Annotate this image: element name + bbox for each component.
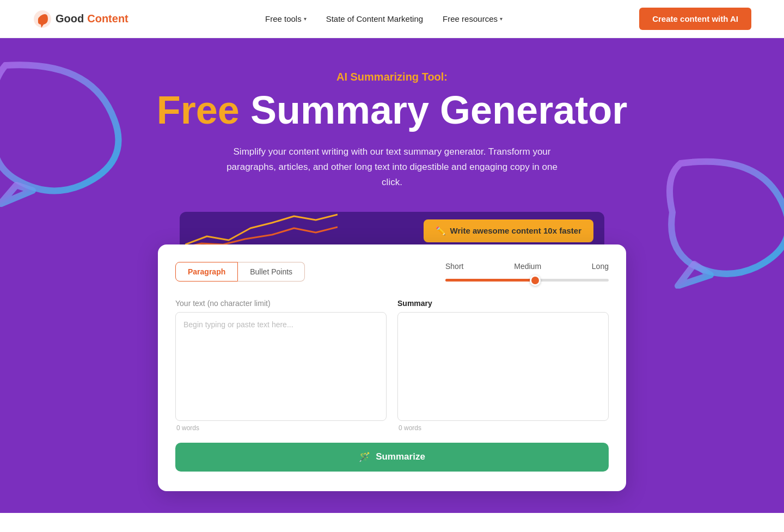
hero-description: Simplify your content writing with our t… <box>218 144 566 190</box>
bubble-left-decoration <box>0 54 136 207</box>
banner-cta-button[interactable]: ✏️ Write awesome content 10x faster <box>424 219 593 242</box>
nav-state-content[interactable]: State of Content Marketing <box>326 14 423 23</box>
slider-label-long: Long <box>592 262 609 271</box>
output-field-label: Summary <box>397 299 609 308</box>
input-textarea[interactable] <box>175 312 387 421</box>
hero-section: AI Summarizing Tool: Free Summary Genera… <box>0 38 784 513</box>
tab-bullet-points[interactable]: Bullet Points <box>238 262 305 282</box>
bubble-right-decoration <box>664 147 784 289</box>
magic-wand-icon: 🪄 <box>359 451 370 463</box>
hero-title: Free Summary Generator <box>157 90 627 131</box>
nav-links: Free tools ▾ State of Content Marketing … <box>265 14 503 23</box>
hero-tag: AI Summarizing Tool: <box>336 71 448 83</box>
logo-content-text: Content <box>87 13 128 25</box>
input-field-col: Your text (no character limit) 0 words <box>175 299 387 432</box>
format-tabs: Paragraph Bullet Points <box>175 262 305 282</box>
slider-track-wrapper[interactable] <box>445 275 609 286</box>
output-textarea[interactable] <box>397 312 609 421</box>
edit-icon: ✏️ <box>436 226 446 236</box>
hero-title-free: Free <box>157 88 240 132</box>
navbar: GoodContent Free tools ▾ State of Conten… <box>0 0 784 38</box>
output-field-col: Summary 0 words <box>397 299 609 432</box>
slider-thumb[interactable] <box>530 275 541 286</box>
nav-free-tools[interactable]: Free tools ▾ <box>265 14 307 23</box>
length-slider-section: Short Medium Long <box>445 262 609 286</box>
card-fields: Your text (no character limit) 0 words S… <box>175 299 609 432</box>
tab-paragraph[interactable]: Paragraph <box>175 262 238 282</box>
chevron-down-icon: ▾ <box>304 16 307 22</box>
hero-title-rest: Summary Generator <box>240 88 627 132</box>
nav-free-resources[interactable]: Free resources ▾ <box>443 14 503 23</box>
slider-fill <box>445 279 535 282</box>
logo-icon <box>33 9 52 29</box>
slider-label-medium: Medium <box>514 262 541 271</box>
slider-labels: Short Medium Long <box>445 262 609 271</box>
output-word-count: 0 words <box>397 424 609 432</box>
card-top-row: Paragraph Bullet Points Short Medium Lon… <box>175 262 609 286</box>
input-word-count: 0 words <box>175 424 387 432</box>
slider-track <box>445 279 609 282</box>
summarize-button[interactable]: 🪄 Summarize <box>175 443 609 472</box>
logo-good-text: Good <box>56 13 84 25</box>
chevron-down-icon-2: ▾ <box>500 16 503 22</box>
logo[interactable]: GoodContent <box>33 9 128 29</box>
slider-label-short: Short <box>445 262 463 271</box>
input-field-label: Your text (no character limit) <box>175 299 387 308</box>
tool-card: Paragraph Bullet Points Short Medium Lon… <box>158 244 626 491</box>
nav-cta-button[interactable]: Create content with AI <box>639 8 751 30</box>
